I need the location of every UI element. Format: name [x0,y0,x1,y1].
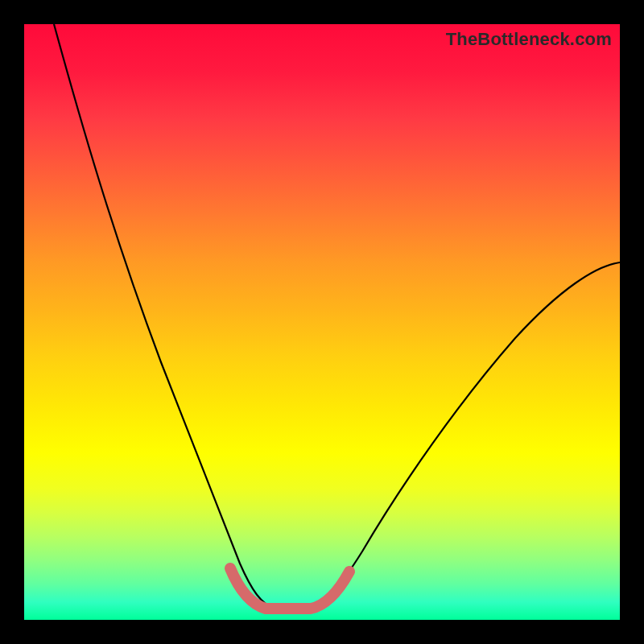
black-curve-path [54,24,620,609]
chart-frame: TheBottleneck.com [0,0,644,644]
red-highlight-path [230,568,349,609]
plot-area: TheBottleneck.com [24,24,620,620]
curve-svg [24,24,620,620]
